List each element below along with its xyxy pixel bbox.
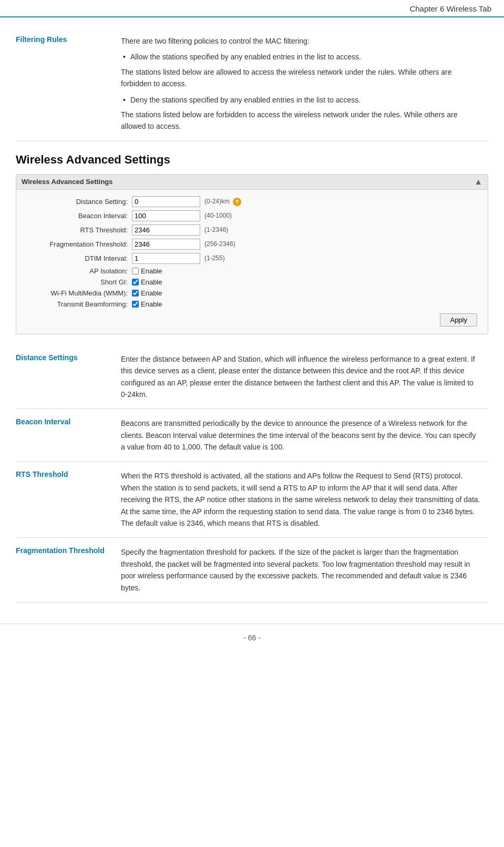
filtering-rules-intro: There are two filtering policies to cont… xyxy=(121,35,482,47)
beacon-interval-input[interactable] xyxy=(132,210,200,221)
filtering-rules-bullets: Allow the stations specified by any enab… xyxy=(121,51,482,63)
distance-setting-row: Distance Setting: (0-24)km ? xyxy=(27,196,477,207)
wmm-checkbox[interactable] xyxy=(132,290,139,297)
description-sections: Distance Settings Enter the distance bet… xyxy=(16,345,488,603)
ap-isolation-label: AP Isolation: xyxy=(27,267,132,275)
dtim-interval-label: DTIM Interval: xyxy=(27,254,132,262)
page-number: - 66 - xyxy=(243,634,261,642)
short-gi-label: Short GI: xyxy=(27,278,132,286)
rts-threshold-input[interactable] xyxy=(132,224,200,236)
short-gi-checkbox[interactable] xyxy=(132,279,139,285)
main-content: Filtering Rules There are two filtering … xyxy=(0,17,504,618)
transmit-beamforming-row: Transmit Beamforming: Enable xyxy=(27,300,477,308)
ap-isolation-enable-text: Enable xyxy=(141,267,162,275)
beacon-interval-desc-label: Beacon Interval xyxy=(16,417,70,426)
wireless-advanced-settings-box: Wireless Advanced Settings ▲ Distance Se… xyxy=(16,174,488,334)
beacon-interval-desc-content: Beacons are transmitted periodically by … xyxy=(121,409,488,462)
fragmentation-threshold-desc-content: Specify the fragmentation threshold for … xyxy=(121,538,488,603)
page-footer: - 66 - xyxy=(0,624,504,647)
ap-isolation-checkbox[interactable] xyxy=(132,268,139,274)
rts-threshold-desc-content: When the RTS threshold is activated, all… xyxy=(121,462,488,538)
apply-row: Apply xyxy=(27,313,477,326)
dtim-interval-range: (1-255) xyxy=(204,254,225,262)
bullet2-text: Deny the stations specified by any enabl… xyxy=(130,96,361,104)
bullet1-note: The stations listed below are allowed to… xyxy=(121,66,482,90)
hint-icon-distance[interactable]: ? xyxy=(233,197,241,206)
wmm-row: Wi-Fi MultiMedia (WMM): Enable xyxy=(27,289,477,297)
short-gi-row: Short GI: Enable xyxy=(27,278,477,286)
ap-isolation-row: AP Isolation: Enable xyxy=(27,267,477,275)
rts-threshold-range: (1-2346) xyxy=(204,226,228,233)
fragmentation-threshold-input[interactable] xyxy=(132,239,200,250)
filtering-rules-content: There are two filtering policies to cont… xyxy=(121,27,488,141)
short-gi-enable-text: Enable xyxy=(141,278,162,286)
fragmentation-threshold-desc-label: Fragmentation Threshold xyxy=(16,546,105,555)
rts-threshold-desc-row: RTS Threshold When the RTS threshold is … xyxy=(16,462,488,538)
fragmentation-threshold-label: Fragmentation Threshold: xyxy=(27,240,132,248)
collapse-icon[interactable]: ▲ xyxy=(474,177,482,187)
distance-settings-content: Enter the distance between AP and Statio… xyxy=(121,345,488,409)
rts-threshold-row: RTS Threshold: (1-2346) xyxy=(27,224,477,236)
filtering-rules-section: Filtering Rules There are two filtering … xyxy=(16,27,488,141)
fragmentation-threshold-row: Fragmentation Threshold: (256-2346) xyxy=(27,239,477,250)
distance-settings-label: Distance Settings xyxy=(16,353,77,362)
beacon-interval-label: Beacon Interval: xyxy=(27,212,132,220)
transmit-beamforming-label: Transmit Beamforming: xyxy=(27,300,132,308)
filtering-rules-label: Filtering Rules xyxy=(16,35,67,44)
fragmentation-threshold-desc-text: Specify the fragmentation threshold for … xyxy=(121,546,482,594)
was-box-title-text: Wireless Advanced Settings xyxy=(22,178,113,186)
question-mark-icon: ? xyxy=(233,198,241,206)
fragmentation-threshold-desc-row: Fragmentation Threshold Specify the frag… xyxy=(16,538,488,603)
distance-setting-input[interactable] xyxy=(132,196,200,207)
was-box-title-bar: Wireless Advanced Settings ▲ xyxy=(16,175,488,190)
filtering-rules-bullet2: Deny the stations specified by any enabl… xyxy=(121,94,482,106)
was-box-body: Distance Setting: (0-24)km ? Beacon Inte… xyxy=(16,190,488,334)
distance-setting-range: (0-24)km xyxy=(204,198,230,205)
distance-settings-row: Distance Settings Enter the distance bet… xyxy=(16,345,488,409)
transmit-beamforming-enable-text: Enable xyxy=(141,300,162,308)
dtim-interval-row: DTIM Interval: (1-255) xyxy=(27,253,477,264)
wmm-label: Wi-Fi MultiMedia (WMM): xyxy=(27,289,132,297)
beacon-interval-row: Beacon Interval: (40-1000) xyxy=(27,210,477,221)
apply-button[interactable]: Apply xyxy=(440,313,477,326)
dtim-interval-input[interactable] xyxy=(132,253,200,264)
page-header: Chapter 6 Wireless Tab xyxy=(0,0,504,17)
distance-settings-text: Enter the distance between AP and Statio… xyxy=(121,353,482,401)
rts-threshold-desc-label: RTS Threshold xyxy=(16,470,68,478)
wireless-advanced-settings-heading: Wireless Advanced Settings xyxy=(16,153,488,167)
beacon-interval-range: (40-1000) xyxy=(204,212,232,219)
header-title: Chapter 6 Wireless Tab xyxy=(409,4,491,13)
fragmentation-threshold-range: (256-2346) xyxy=(204,240,235,248)
bullet1-text: Allow the stations specified by any enab… xyxy=(130,53,361,61)
transmit-beamforming-checkbox[interactable] xyxy=(132,301,139,308)
beacon-interval-desc-text: Beacons are transmitted periodically by … xyxy=(121,417,482,453)
rts-threshold-desc-text: When the RTS threshold is activated, all… xyxy=(121,470,482,529)
rts-threshold-label: RTS Threshold: xyxy=(27,226,132,234)
wmm-enable-text: Enable xyxy=(141,289,162,297)
beacon-interval-desc-row: Beacon Interval Beacons are transmitted … xyxy=(16,409,488,462)
bullet2-note: The stations listed below are forbidden … xyxy=(121,109,482,132)
distance-setting-label: Distance Setting: xyxy=(27,198,132,206)
